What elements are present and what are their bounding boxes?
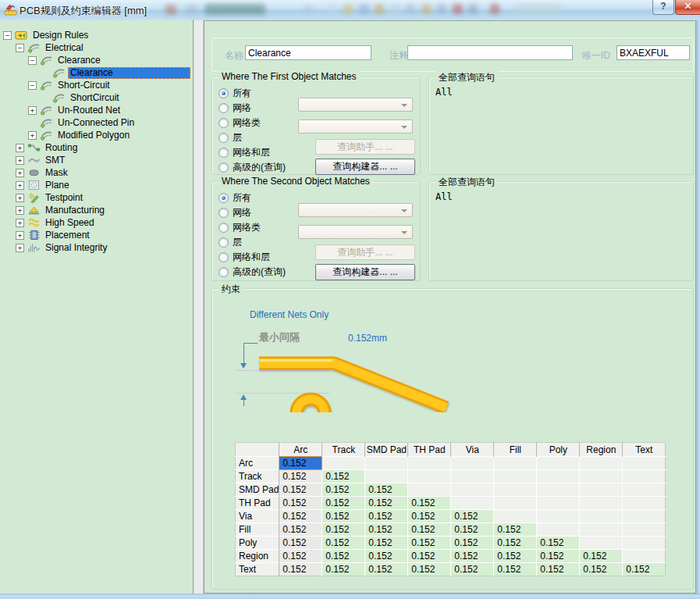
radio-icon[interactable] xyxy=(219,148,229,158)
matrix-cell[interactable]: 0.152 xyxy=(365,537,408,550)
radio-selected-icon[interactable] xyxy=(219,193,229,203)
radio-option-1[interactable]: 所有 xyxy=(219,191,286,205)
radio-icon[interactable] xyxy=(219,252,229,262)
matrix-cell[interactable]: 0.152 xyxy=(494,537,537,550)
matrix-cell[interactable]: 0.152 xyxy=(494,563,537,576)
tree-item-clearance[interactable]: −Clearance xyxy=(0,54,193,66)
expand-icon[interactable]: + xyxy=(16,181,24,190)
tree-item-signal-integrity[interactable]: +Signal Integrity xyxy=(0,241,193,254)
close-button[interactable]: ✕ xyxy=(675,0,700,15)
matrix-cell[interactable]: 0.152 xyxy=(279,470,322,483)
expand-icon[interactable]: + xyxy=(16,194,24,202)
expand-icon[interactable]: + xyxy=(16,231,24,240)
clearance-matrix-table[interactable]: ArcTrackSMD PadTH PadViaFillPolyRegionTe… xyxy=(235,442,666,576)
panel-splitter[interactable] xyxy=(194,20,204,594)
radio-option-1[interactable]: 所有 xyxy=(219,86,286,100)
matrix-cell[interactable]: 0.152 xyxy=(322,483,365,497)
matrix-cell[interactable]: 0.152 xyxy=(365,497,408,510)
expand-icon[interactable]: + xyxy=(28,131,37,140)
first-net-combo[interactable] xyxy=(298,98,413,112)
matrix-cell[interactable]: 0.152 xyxy=(279,497,322,510)
radio-option-5[interactable]: 网络和层 xyxy=(219,250,286,264)
matrix-cell[interactable]: 0.152 xyxy=(451,537,494,550)
matrix-cell[interactable]: 0.152 xyxy=(451,550,494,563)
matrix-cell[interactable]: 0.152 xyxy=(279,537,322,550)
matrix-cell[interactable]: 0.152 xyxy=(408,550,451,563)
matrix-cell[interactable]: 0.152 xyxy=(279,510,322,523)
tree-item-shortcircuit[interactable]: ShortCircuit xyxy=(0,91,193,104)
name-input[interactable] xyxy=(245,45,371,60)
rules-tree[interactable]: −Design Rules−Electrical−ClearanceCleara… xyxy=(0,20,194,594)
title-bar[interactable]: PCB规则及约束编辑器 [mm] xyxy=(0,0,700,21)
matrix-cell[interactable]: 0.152 xyxy=(279,483,322,497)
radio-icon[interactable] xyxy=(219,103,229,113)
matrix-cell[interactable]: 0.152 xyxy=(322,537,365,550)
tree-item-routing[interactable]: +Routing xyxy=(0,141,193,154)
tree-item-placement[interactable]: +Placement xyxy=(0,229,193,241)
radio-option-5[interactable]: 网络和层 xyxy=(219,145,286,159)
tree-item-un-connected-pin[interactable]: Un-Connected Pin xyxy=(0,116,193,129)
radio-option-4[interactable]: 层 xyxy=(219,130,286,144)
radio-option-4[interactable]: 层 xyxy=(219,235,286,249)
matrix-cell[interactable]: 0.152 xyxy=(322,523,365,537)
radio-option-3[interactable]: 网络类 xyxy=(219,220,286,234)
matrix-cell[interactable]: 0.152 xyxy=(451,523,494,537)
tree-item-short-circuit[interactable]: −Short-Circuit xyxy=(0,79,193,91)
matrix-cell[interactable]: 0.152 xyxy=(322,497,365,510)
first-query-builder-button[interactable]: 查询构建器... ... xyxy=(315,159,415,175)
radio-option-3[interactable]: 网络类 xyxy=(219,116,286,130)
matrix-cell[interactable]: 0.152 xyxy=(408,537,451,550)
expand-icon[interactable]: + xyxy=(16,219,24,227)
matrix-cell[interactable]: 0.152 xyxy=(279,550,322,563)
matrix-cell[interactable]: 0.152 xyxy=(322,470,365,483)
matrix-cell[interactable]: 0.152 xyxy=(451,510,494,523)
matrix-cell[interactable]: 0.152 xyxy=(408,563,451,576)
radio-option-6[interactable]: 高级的(查询) xyxy=(219,265,286,279)
matrix-cell[interactable]: 0.152 xyxy=(322,510,365,523)
expand-icon[interactable]: + xyxy=(28,106,37,115)
radio-icon[interactable] xyxy=(219,118,229,128)
matrix-cell[interactable]: 0.152 xyxy=(408,510,451,523)
matrix-cell[interactable]: 0.152 xyxy=(279,563,322,576)
tree-item-smt[interactable]: +SMT xyxy=(0,154,193,166)
tree-item-testpoint[interactable]: +Testpoint xyxy=(0,191,193,204)
collapse-icon[interactable]: − xyxy=(3,31,12,40)
matrix-cell[interactable]: 0.152 xyxy=(537,550,580,563)
matrix-cell[interactable]: 0.152 xyxy=(365,550,408,563)
radio-icon[interactable] xyxy=(219,223,229,233)
first-query-helper-button[interactable]: 查询助手... ... xyxy=(315,139,415,155)
radio-icon[interactable] xyxy=(219,237,229,248)
tree-item-electrical[interactable]: −Electrical xyxy=(0,41,193,54)
second-query-builder-button[interactable]: 查询构建器... ... xyxy=(315,264,415,280)
tree-item-manufacturing[interactable]: +Manufacturing xyxy=(0,204,193,216)
collapse-icon[interactable]: − xyxy=(28,81,37,90)
matrix-cell[interactable]: 0.152 xyxy=(322,550,365,563)
tree-item-high-speed[interactable]: +High Speed xyxy=(0,216,193,229)
matrix-cell[interactable]: 0.152 xyxy=(408,523,451,537)
second-net-combo[interactable] xyxy=(298,203,413,217)
expand-icon[interactable]: + xyxy=(16,156,24,165)
matrix-cell[interactable]: 0.152 xyxy=(494,550,537,563)
expand-icon[interactable]: + xyxy=(16,144,24,152)
expand-icon[interactable]: + xyxy=(16,206,24,215)
radio-icon[interactable] xyxy=(219,208,229,218)
tree-item-plane[interactable]: +Plane xyxy=(0,179,193,191)
comment-input[interactable] xyxy=(407,45,573,60)
matrix-cell[interactable]: 0.152 xyxy=(580,563,623,576)
matrix-cell[interactable]: 0.152 xyxy=(537,537,580,550)
expand-icon[interactable]: + xyxy=(16,169,24,177)
matrix-cell[interactable]: 0.152 xyxy=(408,497,451,510)
tree-item-mask[interactable]: +Mask xyxy=(0,166,193,179)
matrix-cell[interactable]: 0.152 xyxy=(279,523,322,537)
matrix-cell[interactable]: 0.152 xyxy=(365,483,408,497)
matrix-cell[interactable]: 0.152 xyxy=(537,563,580,576)
radio-option-6[interactable]: 高级的(查询) xyxy=(219,160,286,174)
tree-item-clearance[interactable]: Clearance xyxy=(0,66,193,79)
radio-icon[interactable] xyxy=(219,133,229,143)
first-netclass-combo[interactable] xyxy=(298,119,413,134)
matrix-cell[interactable]: 0.152 xyxy=(322,563,365,576)
second-query-helper-button[interactable]: 查询助手... ... xyxy=(315,244,415,260)
matrix-cell[interactable]: 0.152 xyxy=(451,563,494,576)
matrix-cell[interactable]: 0.152 xyxy=(365,563,408,576)
radio-option-2[interactable]: 网络 xyxy=(219,101,286,115)
